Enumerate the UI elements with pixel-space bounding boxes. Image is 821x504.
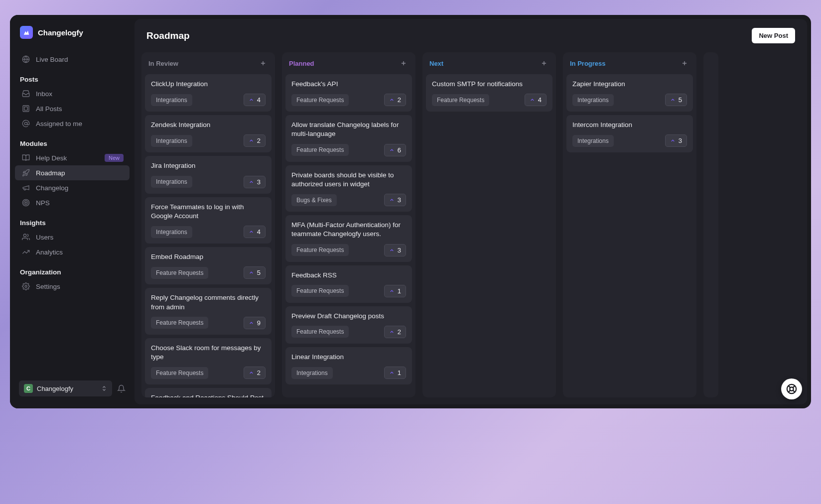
nav-item-all-posts[interactable]: All Posts bbox=[15, 101, 130, 116]
card-footer: Integrations4 bbox=[151, 94, 266, 106]
nav-item-help-desk[interactable]: Help DeskNew bbox=[15, 150, 130, 165]
card-title: Jira Integration bbox=[151, 161, 266, 170]
card-footer: Feature Requests5 bbox=[151, 266, 266, 279]
nav-item-label: Live Board bbox=[36, 56, 68, 63]
vote-count: 3 bbox=[398, 247, 401, 254]
add-card-button[interactable] bbox=[680, 58, 689, 68]
svg-point-4 bbox=[24, 122, 27, 125]
card-title: Feedback's API bbox=[291, 80, 406, 89]
vote-button[interactable]: 4 bbox=[244, 94, 266, 106]
chevron-up-icon bbox=[670, 138, 676, 143]
card-footer: Feature Requests2 bbox=[151, 367, 266, 379]
help-fab[interactable] bbox=[781, 378, 802, 399]
vote-button[interactable]: 1 bbox=[384, 367, 406, 379]
add-card-button[interactable] bbox=[399, 58, 409, 68]
layers-icon bbox=[22, 105, 30, 113]
nav-item-assigned-to-me[interactable]: Assigned to me bbox=[15, 116, 130, 131]
vote-button[interactable]: 6 bbox=[384, 144, 406, 156]
vote-count: 9 bbox=[257, 319, 261, 327]
chevron-up-icon bbox=[389, 370, 395, 376]
workspace-switcher[interactable]: C Changelogfy bbox=[19, 380, 112, 396]
vote-button[interactable]: 3 bbox=[384, 244, 406, 256]
vote-button[interactable]: 5 bbox=[244, 266, 266, 279]
vote-button[interactable]: 3 bbox=[384, 194, 406, 206]
chevron-up-icon bbox=[249, 97, 254, 103]
rocket-icon bbox=[22, 169, 30, 177]
chevron-up-icon bbox=[389, 329, 395, 335]
card-title: Choose Slack room for messages by type bbox=[151, 344, 266, 362]
card[interactable]: Embed RoadmapFeature Requests5 bbox=[145, 247, 272, 284]
card-footer: Integrations1 bbox=[291, 367, 406, 379]
nav-item-label: All Posts bbox=[36, 105, 62, 113]
card[interactable]: Private boards should be visible to auth… bbox=[285, 165, 412, 212]
nav-top: Live Board bbox=[15, 52, 130, 67]
column-next: NextCustom SMTP for notificationsFeature… bbox=[422, 52, 556, 397]
card[interactable]: Intercom IntegrationIntegrations3 bbox=[566, 115, 693, 152]
column-title: In Review bbox=[148, 60, 178, 67]
vote-count: 3 bbox=[257, 178, 261, 186]
column-title: In Progress bbox=[570, 60, 606, 67]
vote-button[interactable]: 2 bbox=[384, 326, 406, 338]
card[interactable]: Zendesk IntegrationIntegrations2 bbox=[145, 115, 272, 152]
gear-icon bbox=[22, 282, 30, 290]
card[interactable]: ClickUp IntegrationIntegrations4 bbox=[145, 74, 272, 112]
card[interactable]: Preview Draft Changelog postsFeature Req… bbox=[285, 306, 412, 344]
svg-point-7 bbox=[25, 202, 27, 204]
chevron-up-icon bbox=[670, 97, 676, 103]
card-footer: Feature Requests2 bbox=[291, 326, 406, 338]
card[interactable]: Force Teammates to log in with Google Ac… bbox=[145, 197, 272, 244]
nav-item-changelog[interactable]: Changelog bbox=[15, 180, 130, 195]
vote-count: 1 bbox=[398, 287, 401, 295]
column-header: Next bbox=[422, 52, 556, 74]
card[interactable]: Feedback and Reactions Should Post to Sl… bbox=[145, 388, 272, 397]
nav-item-roadmap[interactable]: Roadmap bbox=[15, 165, 130, 180]
nav-item-live-board[interactable]: Live Board bbox=[15, 52, 130, 67]
at-icon bbox=[22, 120, 30, 127]
card[interactable]: Jira IntegrationIntegrations3 bbox=[145, 156, 272, 193]
card[interactable]: Custom SMTP for notificationsFeature Req… bbox=[426, 74, 552, 112]
vote-count: 2 bbox=[257, 137, 261, 144]
vote-button[interactable]: 1 bbox=[384, 285, 406, 297]
vote-button[interactable]: 2 bbox=[244, 367, 266, 379]
card[interactable]: Zapier IntegrationIntegrations5 bbox=[566, 74, 693, 112]
card[interactable]: Reply Changelog comments directly from a… bbox=[145, 288, 272, 334]
svg-line-20 bbox=[788, 385, 790, 387]
bell-icon[interactable] bbox=[117, 384, 126, 393]
nav-item-inbox[interactable]: Inbox bbox=[15, 86, 130, 101]
add-card-button[interactable] bbox=[539, 58, 549, 68]
vote-button[interactable]: 5 bbox=[665, 94, 687, 106]
nav-section: ModulesHelp DeskNewRoadmapChangelogNPS bbox=[15, 138, 130, 210]
card[interactable]: Feedback's APIFeature Requests2 bbox=[285, 74, 412, 112]
vote-button[interactable]: 4 bbox=[244, 226, 266, 238]
new-post-button[interactable]: New Post bbox=[752, 28, 795, 43]
card[interactable]: Choose Slack room for messages by typeFe… bbox=[145, 338, 272, 384]
nav-item-label: Inbox bbox=[36, 90, 52, 98]
vote-button[interactable]: 3 bbox=[244, 176, 266, 188]
card-title: Linear Integration bbox=[291, 353, 406, 362]
vote-count: 4 bbox=[257, 228, 261, 236]
card-footer: Feature Requests3 bbox=[291, 244, 406, 256]
nav-item-settings[interactable]: Settings bbox=[15, 279, 130, 294]
add-card-button[interactable] bbox=[258, 58, 268, 68]
card[interactable]: MFA (Multi-Factor Authentication) for te… bbox=[285, 215, 412, 261]
vote-button[interactable]: 3 bbox=[665, 134, 687, 147]
nav-section-title: Insights bbox=[15, 217, 130, 229]
vote-button[interactable]: 2 bbox=[384, 94, 406, 106]
chevron-up-icon bbox=[249, 270, 254, 275]
card-tag: Feature Requests bbox=[151, 317, 208, 329]
card[interactable]: Feedback RSSFeature Requests1 bbox=[285, 265, 412, 303]
nav-item-analytics[interactable]: Analytics bbox=[15, 245, 130, 259]
nav-item-users[interactable]: Users bbox=[15, 230, 130, 245]
logo[interactable]: Changelogfy bbox=[15, 23, 130, 45]
vote-button[interactable]: 9 bbox=[244, 317, 266, 329]
vote-button[interactable]: 4 bbox=[525, 94, 547, 106]
nav-item-nps[interactable]: NPS bbox=[15, 195, 130, 210]
nav-badge: New bbox=[105, 154, 124, 162]
cards-list: Feedback's APIFeature Requests2Allow tra… bbox=[282, 74, 415, 397]
svg-rect-2 bbox=[23, 106, 29, 112]
card[interactable]: Linear IntegrationIntegrations1 bbox=[285, 347, 412, 384]
nav-item-label: Analytics bbox=[36, 249, 63, 256]
vote-count: 4 bbox=[257, 96, 261, 104]
card[interactable]: Allow translate Changelog labels for mul… bbox=[285, 115, 412, 161]
vote-button[interactable]: 2 bbox=[244, 134, 266, 147]
